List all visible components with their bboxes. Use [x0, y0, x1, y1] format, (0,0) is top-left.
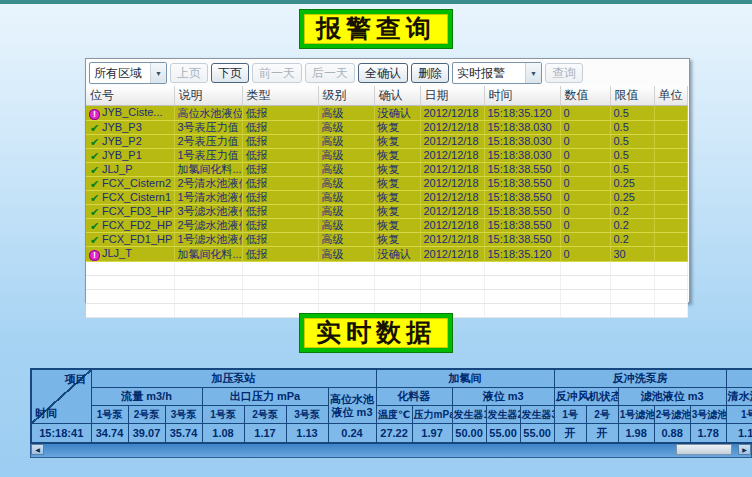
alarm-row[interactable]: ✔FCX_Cistern2 2号清水池液位 低报 高级 恢复 2012/12/1… — [86, 177, 687, 191]
alarm-row[interactable]: ✔JYB_P3 3号表压力值 低报 高级 恢复 2012/12/18 15:18… — [86, 121, 687, 135]
col-limit[interactable]: 限值 — [610, 86, 654, 106]
col-type[interactable]: 类型 — [242, 86, 318, 106]
fan2-status-value: 开 — [586, 424, 618, 444]
alarm-row[interactable]: !JLJ_T 加氯间化料... 低报 高级 没确认 2012/12/18 15:… — [86, 247, 687, 262]
realtime-table: 项目 时间 加压泵站 加氯间 反冲洗泵房 清水池 流量 m3/h 出口压力 mP… — [30, 368, 752, 444]
cell-date: 2012/12/18 — [420, 135, 484, 149]
col-flow-pump3: 3号泵 — [165, 406, 202, 424]
mixer-pressure-value: 1.97 — [412, 424, 452, 444]
realtime-block: 项目 时间 加压泵站 加氯间 反冲洗泵房 清水池 流量 m3/h 出口压力 mP… — [30, 368, 752, 458]
cell-value: 0 — [560, 247, 610, 262]
cell-time: 15:18:38.030 — [484, 149, 560, 163]
cell-unit — [654, 163, 687, 177]
cell-date: 2012/12/18 — [420, 191, 484, 205]
col-unit[interactable]: 单位 — [654, 86, 687, 106]
cell-date: 2012/12/18 — [420, 219, 484, 233]
scroll-right-icon[interactable]: ▶ — [738, 444, 751, 455]
prev-day-button[interactable]: 前一天 — [252, 63, 302, 83]
alarm-row[interactable]: !JYB_Ciste... 高位水池液位 低报 高级 没确认 2012/12/1… — [86, 106, 687, 121]
col-value[interactable]: 数值 — [560, 86, 610, 106]
cell-time: 15:18:38.550 — [484, 163, 560, 177]
col-fan2: 2号 — [586, 406, 618, 424]
cell-level: 高级 — [318, 177, 374, 191]
flow3-value: 35.74 — [165, 424, 202, 444]
cell-ack: 恢复 — [374, 233, 420, 247]
scrollbar-thumb[interactable] — [676, 444, 732, 455]
cell-desc: 2号滤水池液位 — [174, 219, 242, 233]
cell-value: 0 — [560, 163, 610, 177]
alarm-mode-dropdown[interactable]: 实时报警 ▼ — [452, 62, 542, 84]
cell-ack: 恢复 — [374, 219, 420, 233]
cell-desc: 1号滤水池液位 — [174, 233, 242, 247]
cell-tag: ✔FCX_FD1_HP — [86, 233, 174, 247]
cell-unit — [654, 205, 687, 219]
alarm-row[interactable]: ✔JYB_P2 2号表压力值 低报 高级 恢复 2012/12/18 15:18… — [86, 135, 687, 149]
col-generator3: 发生器3 — [520, 406, 554, 424]
ack-check-icon: ✔ — [89, 179, 100, 190]
cell-level: 高级 — [318, 163, 374, 177]
alarm-row[interactable]: ✔FCX_Cistern1 1号清水池液位 低报 高级 恢复 2012/12/1… — [86, 191, 687, 205]
cell-level: 高级 — [318, 219, 374, 233]
col-ack[interactable]: 确认 — [374, 86, 420, 106]
cell-type: 低报 — [242, 135, 318, 149]
alarm-row[interactable]: ✔FCX_FD2_HP 2号滤水池液位 低报 高级 恢复 2012/12/18 … — [86, 219, 687, 233]
cell-level: 高级 — [318, 121, 374, 135]
filter-pool2-value: 0.88 — [654, 424, 690, 444]
subgroup-header-row: 流量 m3/h 出口压力 mPa 高位水池 液位 m3 化料器 液位 m3 反冲… — [31, 388, 752, 406]
cell-unit — [654, 247, 687, 262]
col-temperature: 温度℃ — [376, 406, 412, 424]
cell-unit — [654, 135, 687, 149]
temperature-value: 27.22 — [376, 424, 412, 444]
cell-type: 低报 — [242, 106, 318, 121]
alarm-unack-icon: ! — [89, 250, 100, 261]
filter-pool3-value: 1.78 — [690, 424, 726, 444]
cell-date: 2012/12/18 — [420, 121, 484, 135]
cell-unit — [654, 219, 687, 233]
ack-all-button[interactable]: 全确认 — [358, 63, 408, 83]
corner-time-label: 时间 — [35, 406, 57, 421]
subheader-high-pool-level: 高位水池 液位 m3 — [328, 388, 376, 424]
horizontal-scrollbar[interactable]: ◀ ▶ — [30, 444, 752, 458]
cell-limit: 30 — [610, 247, 654, 262]
alarm-row[interactable]: ✔FCX_FD3_HP 3号滤水池液位 低报 高级 恢复 2012/12/18 … — [86, 205, 687, 219]
subheader-fan-status: 反冲风机状态 — [554, 388, 618, 406]
cell-desc: 高位水池液位 — [174, 106, 242, 121]
scada-screen: 报警查询 所有区域 ▼ 上页 下页 前一天 后一天 全确认 删除 实时报警 ▼ … — [0, 0, 752, 477]
scroll-left-icon[interactable]: ◀ — [31, 444, 44, 455]
corner-item-label: 项目 — [65, 372, 87, 387]
alarm-row[interactable]: ✔JYB_P1 1号表压力值 低报 高级 恢复 2012/12/18 15:18… — [86, 149, 687, 163]
flow1-value: 34.74 — [91, 424, 128, 444]
alarm-panel: 所有区域 ▼ 上页 下页 前一天 后一天 全确认 删除 实时报警 ▼ 查询 — [85, 58, 690, 303]
col-pressure-pump1: 1号泵 — [202, 406, 244, 424]
col-date[interactable]: 日期 — [420, 86, 484, 106]
cell-type: 低报 — [242, 121, 318, 135]
col-time[interactable]: 时间 — [484, 86, 560, 106]
next-page-button[interactable]: 下页 — [211, 63, 249, 83]
delete-button[interactable]: 删除 — [411, 63, 449, 83]
cell-tag: ✔FCX_FD3_HP — [86, 205, 174, 219]
cell-time: 15:18:38.030 — [484, 135, 560, 149]
col-level[interactable]: 级别 — [318, 86, 374, 106]
ack-check-icon: ✔ — [89, 193, 100, 204]
cell-level: 高级 — [318, 205, 374, 219]
cell-type: 低报 — [242, 205, 318, 219]
cell-date: 2012/12/18 — [420, 247, 484, 262]
col-filter-pool3: 3号滤池 — [690, 406, 726, 424]
flow2-value: 39.07 — [128, 424, 165, 444]
cell-limit: 0.5 — [610, 121, 654, 135]
realtime-data-title-box: 实时数据 — [300, 314, 452, 352]
alarm-query-title: 报警查询 — [316, 15, 436, 42]
col-tag[interactable]: 位号 — [86, 86, 174, 106]
generator2-value: 55.00 — [486, 424, 520, 444]
query-button[interactable]: 查询 — [545, 63, 583, 83]
cell-level: 高级 — [318, 191, 374, 205]
group-backwash-pump-house: 反冲洗泵房 — [554, 369, 726, 388]
col-desc[interactable]: 说明 — [174, 86, 242, 106]
empty-row — [86, 262, 687, 276]
prev-page-button[interactable]: 上页 — [170, 63, 208, 83]
area-dropdown[interactable]: 所有区域 ▼ — [89, 62, 167, 84]
alarm-row[interactable]: ✔FCX_FD1_HP 1号滤水池液位 低报 高级 恢复 2012/12/18 … — [86, 233, 687, 247]
col-filter-pool1: 1号滤池 — [618, 406, 654, 424]
next-day-button[interactable]: 后一天 — [305, 63, 355, 83]
alarm-row[interactable]: ✔JLJ_P 加氯间化料... 低报 高级 恢复 2012/12/18 15:1… — [86, 163, 687, 177]
